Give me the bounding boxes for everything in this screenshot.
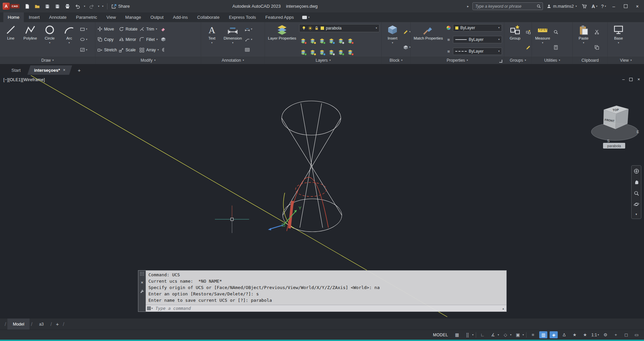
panel-footer-properties[interactable]: Properties ▾ <box>411 56 504 64</box>
tab-output[interactable]: Output <box>146 12 168 22</box>
layer-merge-button[interactable] <box>347 50 353 55</box>
selection-cycling-toggle-icon[interactable]: ▥ <box>539 331 547 338</box>
undo-dropdown-icon[interactable]: ▾ <box>84 5 85 8</box>
viewport-close-icon[interactable]: × <box>637 77 640 82</box>
search-icon[interactable] <box>537 4 541 8</box>
move-button[interactable]: Move <box>97 26 117 32</box>
command-input[interactable] <box>155 305 500 311</box>
color-dropdown[interactable]: ByLayer ▾ <box>453 24 502 32</box>
dimension-dropdown-icon[interactable]: ▾ <box>232 42 233 44</box>
panel-footer-utilities[interactable]: Utilities ▾ <box>532 56 572 64</box>
layer-dropdown[interactable]: parabola ▾ <box>299 24 379 32</box>
layer-freeze-icon[interactable] <box>308 26 313 31</box>
ortho-toggle-icon[interactable]: ∟ <box>478 331 487 338</box>
file-tab-intersecoes[interactable]: interseçoes* × <box>27 65 72 75</box>
array-button[interactable]: Array▾ <box>139 48 159 53</box>
layer-isolate-button[interactable] <box>310 38 316 44</box>
customization-icon[interactable]: + <box>612 331 620 338</box>
layer-copy-objects-button[interactable] <box>328 50 334 55</box>
snap-caret-icon[interactable]: ▾ <box>472 334 473 336</box>
layer-lock-button[interactable] <box>328 38 334 44</box>
scale-button[interactable]: Scale <box>119 48 137 53</box>
new-layout-button[interactable]: + <box>53 321 61 327</box>
ellipse-dropdown-icon[interactable]: ▾ <box>86 38 87 41</box>
layer-change-button[interactable] <box>338 50 344 55</box>
polyline-button[interactable]: Polyline <box>21 24 39 55</box>
layer-lock-icon[interactable] <box>314 26 319 31</box>
save-button[interactable] <box>44 3 51 10</box>
cut-button[interactable] <box>594 30 599 35</box>
paste-dropdown-icon[interactable]: ▾ <box>583 42 584 44</box>
viewport-minimize-icon[interactable]: – <box>622 77 625 82</box>
arc-dropdown-icon[interactable]: ▾ <box>68 42 70 44</box>
quick-select-button[interactable] <box>553 30 558 35</box>
isolate-objects-icon[interactable]: ◻ <box>622 331 630 338</box>
redo-button[interactable] <box>88 3 95 10</box>
hatch-button[interactable]: ▾ <box>80 47 87 52</box>
annotation-scale-button[interactable]: 1:1 ▾ <box>591 333 599 337</box>
polar-caret-icon[interactable]: ▾ <box>498 334 499 336</box>
file-tab-start[interactable]: Start <box>5 65 27 75</box>
array-dropdown-icon[interactable]: ▾ <box>157 49 159 51</box>
panel-footer-annotation[interactable]: Annotation ▾ <box>201 56 265 64</box>
app-store-button[interactable] <box>581 3 588 10</box>
quick-dimension-caret-icon[interactable]: ▾ <box>251 28 252 31</box>
annotation-visibility-icon[interactable]: ★ <box>570 331 579 338</box>
new-file-button[interactable] <box>24 3 31 10</box>
zoom-button[interactable] <box>634 190 639 196</box>
layer-freeze-button[interactable] <box>319 38 325 44</box>
mirror-button[interactable]: Mirror <box>119 37 137 42</box>
osnap-3d-toggle-icon[interactable]: ◈ <box>550 331 558 338</box>
properties-dialog-launcher-icon[interactable] <box>499 60 502 63</box>
arc-button[interactable]: Arc ▾ <box>60 24 78 55</box>
paste-button[interactable]: Paste ▾ <box>575 24 592 55</box>
line-button[interactable]: Line <box>2 24 19 55</box>
layer-match-button[interactable] <box>338 38 344 44</box>
viewport-restore-icon[interactable] <box>629 78 633 81</box>
rectangle-dropdown-icon[interactable]: ▾ <box>86 28 87 31</box>
grid-toggle-icon[interactable]: ▦ <box>453 331 461 338</box>
quick-dimension-button[interactable]: ▾ <box>245 27 252 32</box>
file-tab-close-icon[interactable]: × <box>63 68 65 72</box>
hatch-dropdown-icon[interactable]: ▾ <box>86 49 87 51</box>
measure-button[interactable]: Measure ▾ <box>534 24 551 55</box>
tab-add-ins[interactable]: Add-ins <box>169 12 192 22</box>
viewcube-top-label[interactable]: TOP <box>612 108 619 112</box>
erase-button[interactable] <box>161 27 166 32</box>
user-account-button[interactable]: m.martins2 ▾ <box>547 4 577 9</box>
explode-button[interactable] <box>161 37 166 42</box>
clean-screen-icon[interactable]: ▭ <box>633 331 641 338</box>
maximize-button[interactable] <box>622 2 630 10</box>
tab-featured-apps[interactable]: Featured Apps <box>261 12 298 22</box>
command-input-menu[interactable]: ▾ <box>147 306 153 310</box>
viewport-controls[interactable]: [−][OLE1][Wireframe] <box>3 77 45 82</box>
tab-annotate[interactable]: Annotate <box>45 12 71 22</box>
titlebar-expand-icon[interactable]: ▸ <box>467 4 469 8</box>
copy-button[interactable]: Copy <box>97 37 117 42</box>
plot-button[interactable] <box>64 3 71 10</box>
measure-dropdown-icon[interactable]: ▾ <box>542 42 543 44</box>
panel-footer-modify[interactable]: Modify ▾ <box>95 56 201 64</box>
panel-footer-groups[interactable]: Groups ▾ <box>504 56 532 64</box>
search-input[interactable] <box>474 4 535 9</box>
navigation-wheel-button[interactable] <box>634 168 639 174</box>
tab-home[interactable]: Home <box>3 12 24 22</box>
copy-clip-button[interactable] <box>594 45 599 50</box>
quick-calculator-button[interactable] <box>553 45 558 50</box>
fillet-dropdown-icon[interactable]: ▾ <box>156 38 158 41</box>
layer-off-button[interactable] <box>300 38 306 44</box>
layer-previous-button[interactable] <box>347 38 353 44</box>
match-properties-button[interactable]: Match Properties <box>413 24 444 55</box>
drag-handle-icon[interactable] <box>140 272 144 276</box>
dimension-button[interactable]: Dimension ▾ <box>223 24 243 55</box>
pan-button[interactable] <box>634 179 639 185</box>
new-drawing-tab-button[interactable]: + <box>76 66 83 74</box>
table-button[interactable] <box>245 47 252 52</box>
layout-tab-model[interactable]: Model <box>7 319 30 330</box>
ellipse-button[interactable]: ▾ <box>80 37 87 42</box>
tab-view[interactable]: View <box>102 12 120 22</box>
command-settings-icon[interactable] <box>140 289 144 294</box>
isodraft-caret-icon[interactable]: ▾ <box>510 334 511 336</box>
edit-attribute-button[interactable]: ▾ <box>403 30 410 35</box>
navbar-menu-icon[interactable]: ▾ <box>636 213 637 216</box>
